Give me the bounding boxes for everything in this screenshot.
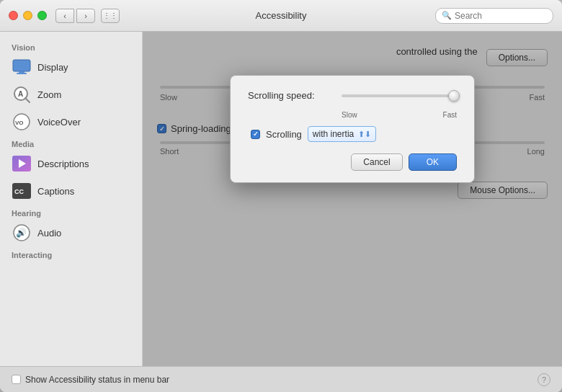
- help-button[interactable]: ?: [538, 373, 550, 386]
- captions-icon: CC: [12, 181, 32, 201]
- chevron-down-icon: ⬆⬇: [358, 130, 371, 139]
- dialog-scrolling-slider: [342, 94, 457, 97]
- svg-text:CC: CC: [14, 188, 24, 195]
- close-button[interactable]: [9, 11, 18, 20]
- sidebar-item-zoom[interactable]: A Zoom: [0, 81, 142, 108]
- descriptions-icon: [12, 153, 32, 174]
- svg-rect-2: [17, 73, 27, 74]
- sidebar-item-voiceover-label: VoiceOver: [37, 117, 81, 128]
- monitor-icon: [12, 57, 32, 77]
- dialog-scrolling-row: Scrolling with inertia ⬆⬇: [251, 126, 457, 142]
- ok-button[interactable]: OK: [409, 153, 457, 171]
- forward-button[interactable]: ›: [76, 9, 95, 23]
- svg-text:A: A: [18, 90, 23, 98]
- zoom-icon: A: [12, 84, 32, 104]
- sidebar-item-voiceover[interactable]: VO VoiceOver: [0, 108, 142, 135]
- modal-overlay: Scrolling speed: Slow Fast Scrolling: [143, 32, 562, 366]
- sidebar-item-zoom-label: Zoom: [37, 89, 61, 100]
- audio-icon: 🔊: [12, 223, 32, 243]
- dialog-scrolling-checkbox[interactable]: [251, 130, 260, 139]
- dialog-scrolling-speed-label: Scrolling speed:: [248, 90, 334, 101]
- svg-text:VO: VO: [15, 120, 24, 126]
- main-content: Vision Display A: [0, 32, 562, 366]
- search-box[interactable]: 🔍: [435, 8, 553, 24]
- traffic-lights: [9, 11, 47, 20]
- titlebar: ‹ › ⋮⋮ Accessibility 🔍: [0, 0, 562, 32]
- sidebar-item-display-label: Display: [37, 62, 68, 73]
- nav-buttons: ‹ ›: [55, 9, 95, 23]
- svg-rect-0: [13, 60, 30, 71]
- dialog: Scrolling speed: Slow Fast Scrolling: [230, 75, 475, 183]
- inertia-value: with inertia: [313, 129, 354, 139]
- sidebar-item-audio-label: Audio: [37, 228, 61, 239]
- window-title: Accessibility: [256, 10, 307, 21]
- cancel-button[interactable]: Cancel: [351, 153, 402, 171]
- sidebar-item-display[interactable]: Display: [0, 53, 142, 81]
- accessibility-window: ‹ › ⋮⋮ Accessibility 🔍 Vision: [0, 0, 562, 392]
- svg-line-5: [25, 98, 30, 102]
- sidebar-section-media: Media: [0, 135, 142, 150]
- sidebar-item-descriptions[interactable]: Descriptions: [0, 150, 142, 177]
- dialog-slider-labels: Slow Fast: [342, 111, 457, 119]
- back-button[interactable]: ‹: [55, 9, 74, 23]
- dialog-slow-label: Slow: [342, 111, 357, 119]
- right-panel: controlled using the Options... Slow Fas…: [143, 32, 562, 366]
- sidebar-item-descriptions-label: Descriptions: [37, 159, 89, 169]
- sidebar-section-interacting: Interacting: [0, 246, 142, 261]
- bottom-bar: Show Accessibility status in menu bar ?: [0, 366, 562, 392]
- dialog-slider-thumb[interactable]: [448, 90, 460, 102]
- sidebar-item-audio[interactable]: 🔊 Audio: [0, 219, 142, 246]
- svg-text:🔊: 🔊: [16, 227, 27, 238]
- voiceover-icon: VO: [12, 112, 32, 132]
- search-icon: 🔍: [442, 11, 452, 20]
- sidebar-item-captions-label: Captions: [37, 186, 74, 197]
- search-input[interactable]: [455, 11, 547, 21]
- dialog-scrolling-checkbox-label: Scrolling: [266, 129, 302, 140]
- dialog-buttons: Cancel OK: [248, 153, 457, 171]
- sidebar-item-captions[interactable]: CC Captions: [0, 177, 142, 205]
- dialog-scrolling-speed-row: Scrolling speed:: [248, 90, 457, 101]
- sidebar-section-vision: Vision: [0, 39, 142, 53]
- maximize-button[interactable]: [37, 11, 47, 20]
- grid-button[interactable]: ⋮⋮: [101, 9, 120, 23]
- sidebar: Vision Display A: [0, 32, 143, 366]
- grid-icon: ⋮⋮: [103, 12, 117, 19]
- sidebar-section-hearing: Hearing: [0, 205, 142, 219]
- inertia-select[interactable]: with inertia ⬆⬇: [308, 126, 376, 142]
- minimize-button[interactable]: [23, 11, 32, 20]
- status-bar-label: Show Accessibility status in menu bar: [25, 375, 169, 385]
- status-bar-checkbox[interactable]: [12, 375, 21, 384]
- dialog-fast-label: Fast: [443, 111, 457, 119]
